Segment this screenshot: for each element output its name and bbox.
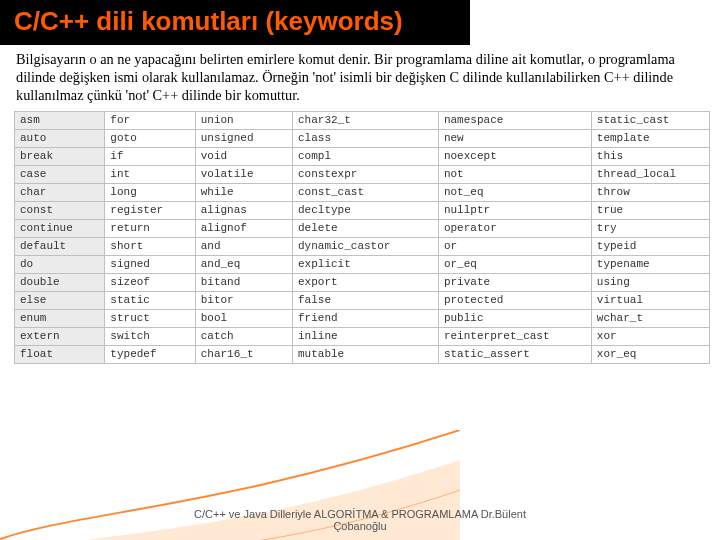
keyword-cell: static_cast [591,111,709,129]
keyword-cell: dynamic_castor [292,237,438,255]
keyword-cell: typename [591,255,709,273]
keyword-cell: sizeof [105,273,195,291]
keyword-cell: char [15,183,105,201]
keyword-cell: asm [15,111,105,129]
keyword-cell: float [15,345,105,363]
keyword-cell: char16_t [195,345,292,363]
keyword-cell: default [15,237,105,255]
keyword-cell: inline [292,327,438,345]
title-bar: C/C++ dili komutları (keywords) [0,0,470,45]
keyword-cell: class [292,129,438,147]
page-title: C/C++ dili komutları (keywords) [14,6,456,37]
keyword-cell: short [105,237,195,255]
keyword-cell: const [15,201,105,219]
keyword-cell: union [195,111,292,129]
keyword-cell: case [15,165,105,183]
table-row: asmforunionchar32_tnamespacestatic_cast [15,111,710,129]
table-row: dosignedand_eqexplicitor_eqtypename [15,255,710,273]
keyword-cell: alignof [195,219,292,237]
keyword-cell: auto [15,129,105,147]
keyword-cell: xor [591,327,709,345]
keyword-cell: or_eq [438,255,591,273]
table-row: externswitchcatchinlinereinterpret_castx… [15,327,710,345]
keyword-cell: export [292,273,438,291]
keyword-cell: or [438,237,591,255]
keyword-cell: try [591,219,709,237]
keyword-cell: void [195,147,292,165]
keyword-cell: register [105,201,195,219]
intro-paragraph: Bilgisayarın o an ne yapacağını belirten… [0,45,720,111]
keyword-cell: goto [105,129,195,147]
keyword-cell: wchar_t [591,309,709,327]
keyword-cell: this [591,147,709,165]
table-row: breakifvoidcomplnoexceptthis [15,147,710,165]
table-row: continuereturnalignofdeleteoperatortry [15,219,710,237]
keyword-cell: true [591,201,709,219]
keyword-cell: using [591,273,709,291]
keyword-cell: throw [591,183,709,201]
keyword-cell: protected [438,291,591,309]
keyword-cell: alignas [195,201,292,219]
footer-line-1: C/C++ ve Java Dilleriyle ALGORİTMA & PRO… [0,508,720,520]
keyword-cell: int [105,165,195,183]
footer-line-2: Çobanoğlu [0,520,720,532]
keyword-cell: bitor [195,291,292,309]
keyword-cell: namespace [438,111,591,129]
keyword-cell: mutable [292,345,438,363]
keyword-cell: continue [15,219,105,237]
table-row: caseintvolatileconstexprnotthread_local [15,165,710,183]
keyword-cell: while [195,183,292,201]
keyword-cell: do [15,255,105,273]
keyword-cell: switch [105,327,195,345]
keyword-cell: private [438,273,591,291]
keyword-cell: noexcept [438,147,591,165]
keyword-cell: enum [15,309,105,327]
keyword-cell: false [292,291,438,309]
keyword-cell: typeid [591,237,709,255]
keyword-cell: decltype [292,201,438,219]
keyword-cell: not_eq [438,183,591,201]
keyword-cell: const_cast [292,183,438,201]
keyword-cell: explicit [292,255,438,273]
keyword-cell: if [105,147,195,165]
keyword-cell: new [438,129,591,147]
keyword-cell: and_eq [195,255,292,273]
keywords-table-wrap: asmforunionchar32_tnamespacestatic_casta… [0,111,720,364]
table-row: doublesizeofbitandexportprivateusing [15,273,710,291]
table-row: enumstructboolfriendpublicwchar_t [15,309,710,327]
keyword-cell: for [105,111,195,129]
keyword-cell: unsigned [195,129,292,147]
keyword-cell: else [15,291,105,309]
keyword-cell: catch [195,327,292,345]
keywords-table: asmforunionchar32_tnamespacestatic_casta… [14,111,710,364]
keyword-cell: struct [105,309,195,327]
table-row: constregisteralignasdecltypenullptrtrue [15,201,710,219]
keyword-cell: char32_t [292,111,438,129]
keyword-cell: double [15,273,105,291]
table-row: elsestaticbitorfalseprotectedvirtual [15,291,710,309]
keyword-cell: long [105,183,195,201]
keyword-cell: not [438,165,591,183]
keyword-cell: virtual [591,291,709,309]
keyword-cell: signed [105,255,195,273]
keyword-cell: volatile [195,165,292,183]
table-row: floattypedefchar16_tmutablestatic_assert… [15,345,710,363]
keyword-cell: reinterpret_cast [438,327,591,345]
keyword-cell: nullptr [438,201,591,219]
keyword-cell: static [105,291,195,309]
keyword-cell: thread_local [591,165,709,183]
keyword-cell: bitand [195,273,292,291]
footer: C/C++ ve Java Dilleriyle ALGORİTMA & PRO… [0,508,720,532]
keyword-cell: constexpr [292,165,438,183]
keyword-cell: return [105,219,195,237]
keyword-cell: template [591,129,709,147]
keyword-cell: bool [195,309,292,327]
keyword-cell: public [438,309,591,327]
keyword-cell: delete [292,219,438,237]
table-row: defaultshortanddynamic_castorortypeid [15,237,710,255]
keyword-cell: extern [15,327,105,345]
keyword-cell: break [15,147,105,165]
keyword-cell: typedef [105,345,195,363]
keyword-cell: compl [292,147,438,165]
table-row: charlongwhileconst_castnot_eqthrow [15,183,710,201]
